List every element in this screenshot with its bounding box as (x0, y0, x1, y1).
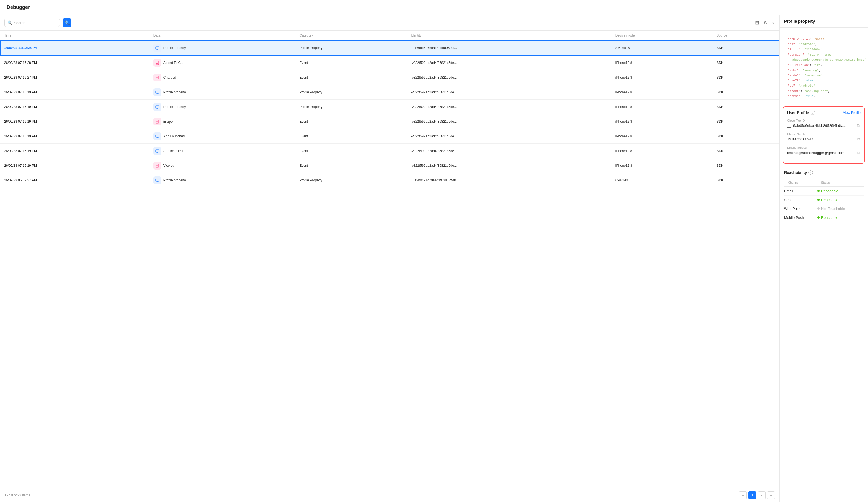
table-row[interactable]: 26/09/23 07:16:19 PMApp InstalledEvent-v… (0, 144, 779, 158)
table-row[interactable]: 26/09/23 07:16:19 PMProfile propertyProf… (0, 85, 779, 100)
app-title: Debugger (7, 4, 30, 10)
svg-rect-24 (156, 150, 159, 152)
reachability-row: EmailReachable (784, 186, 864, 195)
cell-source: SDK (713, 55, 779, 70)
email-label: Email Address (787, 146, 860, 149)
columns-icon-button[interactable]: ⊞ (754, 19, 760, 27)
status-dot (817, 198, 819, 201)
event-icon (153, 59, 161, 67)
event-icon (153, 162, 161, 170)
svg-rect-0 (156, 47, 159, 49)
cell-category: Event (296, 55, 407, 70)
event-icon (153, 88, 161, 96)
phone-copy-button[interactable]: ⧉ (857, 136, 860, 142)
cell-category: Profile Property (296, 100, 407, 114)
cell-category: Profile Property (296, 40, 407, 55)
view-profile-link[interactable]: View Profile (843, 111, 860, 115)
cell-source: SDK (713, 70, 779, 85)
event-icon (153, 74, 161, 81)
cell-category: Event (296, 129, 407, 144)
table-row[interactable]: 26/09/23 11:12:25 PMProfile propertyProf… (0, 40, 779, 55)
table-body: 26/09/23 11:12:25 PMProfile propertyProf… (0, 40, 779, 188)
search-button[interactable]: 🔍 (63, 18, 71, 27)
cell-device-model: iPhone12,8 (611, 55, 713, 70)
reachability-channel: Sms (784, 195, 817, 204)
right-panel-header: Profile property (779, 15, 868, 28)
right-panel: Profile property { "SDK_Version": 50200,… (779, 15, 868, 502)
table-row[interactable]: 26/09/23 07:16:19 PMin-appEvent-v822f599… (0, 114, 779, 129)
table-row[interactable]: 26/09/23 07:16:19 PMApp LaunchedEvent-v8… (0, 129, 779, 144)
col-identity: Identity (407, 31, 611, 40)
reachability-header: Reachability i (784, 170, 864, 175)
reachability-channel: Web Push (784, 204, 817, 213)
reachability-row: Mobile PushReachable (784, 213, 864, 222)
event-icon (153, 132, 161, 140)
cell-source: SDK (713, 158, 779, 173)
status-dot (817, 216, 819, 218)
clevertap-id-field: CleverTap ID __16abd5d6ebae4bbb89529f4bd… (787, 119, 860, 129)
reachability-info-icon: i (808, 170, 813, 175)
email-field: Email Address testintegrationdrbugger@gm… (787, 146, 860, 156)
phone-label: Phone Number (787, 132, 860, 136)
table-row[interactable]: 26/09/23 07:16:19 PMProfile propertyProf… (0, 100, 779, 114)
reachability-title: Reachability (784, 170, 807, 175)
toolbar-icons: ⊞ ↻ › (754, 19, 775, 27)
cell-time: 26/09/23 11:12:25 PM (0, 40, 149, 55)
cell-data: in-app (149, 114, 296, 129)
table-row[interactable]: 26/09/23 07:16:28 PMAdded To CartEvent-v… (0, 55, 779, 70)
user-profile-info-icon: i (811, 111, 815, 115)
pagination-page-2[interactable]: 2 (758, 491, 765, 499)
events-table: Time Data Category Identity Device model… (0, 31, 779, 188)
table-header-row: Time Data Category Identity Device model… (0, 31, 779, 40)
status-col-header: Status (817, 178, 864, 187)
pagination-page-1[interactable]: 1 (748, 491, 756, 499)
table-container: Time Data Category Identity Device model… (0, 31, 779, 488)
channel-col-header: Channel (784, 178, 817, 187)
cell-device-model: iPhone12,8 (611, 100, 713, 114)
cell-time: 26/09/23 07:16:27 PM (0, 70, 149, 85)
status-dot (817, 190, 819, 192)
email-copy-button[interactable]: ⧉ (857, 150, 860, 156)
col-source: Source (713, 31, 779, 40)
search-input[interactable] (14, 21, 53, 25)
table-row[interactable]: 26/09/23 07:16:27 PMChargedEvent-v822f59… (0, 70, 779, 85)
cell-data: Charged (149, 70, 296, 85)
cell-device-model: iPhone12,8 (611, 129, 713, 144)
email-value: testintegrationdrbugger@gmail.com (787, 151, 844, 155)
reachability-status: Reachable (817, 195, 864, 204)
cell-time: 26/09/23 07:16:28 PM (0, 55, 149, 70)
svg-rect-11 (156, 91, 159, 93)
pagination-next[interactable]: → (767, 491, 775, 499)
col-category: Category (296, 31, 407, 40)
refresh-icon-button[interactable]: ↻ (763, 19, 769, 27)
cell-source: SDK (713, 129, 779, 144)
user-profile-title: User Profile i (787, 111, 815, 115)
cell-data: App Installed (149, 144, 296, 158)
cell-device-model: SM-M515F (611, 40, 713, 55)
cell-time: 26/09/23 07:16:19 PM (0, 114, 149, 129)
expand-icon-button[interactable]: › (771, 19, 775, 27)
cell-identity: __a9bb491c79a14197816b90c... (407, 173, 611, 188)
pagination: 1 - 50 of 93 items ← 1 2 → (0, 488, 779, 502)
cell-time: 26/09/23 07:16:19 PM (0, 158, 149, 173)
cell-data: Profile property (149, 85, 296, 100)
event-icon (153, 44, 161, 52)
table-row[interactable]: 26/09/23 06:59:37 PMProfile propertyProf… (0, 173, 779, 188)
table-row[interactable]: 26/09/23 07:16:19 PMViewedEvent-v822f599… (0, 158, 779, 173)
cell-category: Event (296, 70, 407, 85)
cell-data: App Launched (149, 129, 296, 144)
clevertap-id-copy-button[interactable]: ⧉ (857, 123, 860, 129)
cell-category: Event (296, 114, 407, 129)
event-icon (153, 147, 161, 155)
pagination-info: 1 - 50 of 93 items (4, 493, 30, 497)
reachability-section: Reachability i Channel Status EmailReach… (779, 167, 868, 225)
cell-identity: -v822f599ab2ad4f36821c5de... (407, 70, 611, 85)
cell-source: SDK (713, 173, 779, 188)
reachability-row: Web PushNot Reachable (784, 204, 864, 213)
cell-source: SDK (713, 85, 779, 100)
pagination-prev[interactable]: ← (739, 491, 747, 499)
cell-category: Profile Property (296, 85, 407, 100)
pagination-controls: ← 1 2 → (739, 491, 775, 499)
cell-device-model: iPhone12,8 (611, 70, 713, 85)
reachability-channel: Email (784, 186, 817, 195)
